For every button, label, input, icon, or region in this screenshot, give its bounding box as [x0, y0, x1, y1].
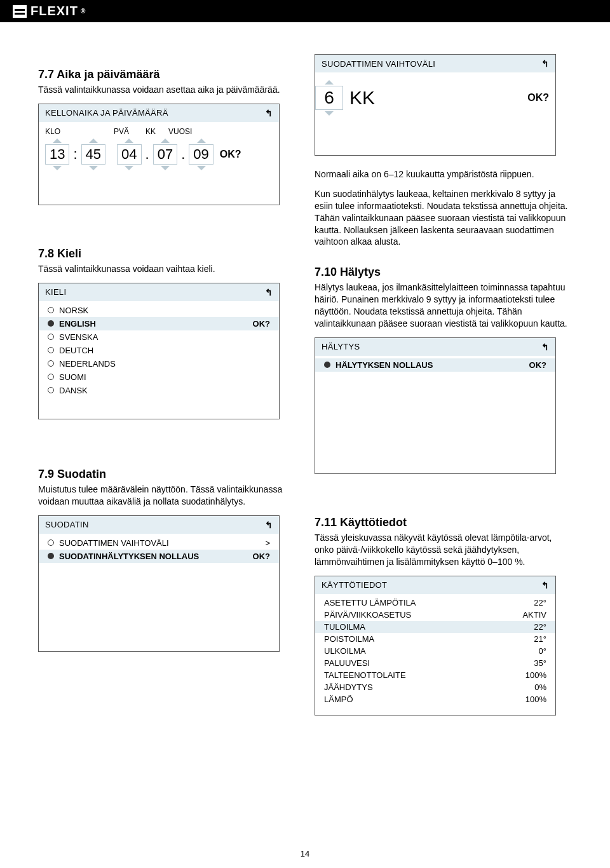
- clock-spinners: 13 : 45 04: [45, 139, 273, 170]
- section-7-9: 7.9 Suodatin Muistutus tulee määrävälein…: [38, 454, 295, 657]
- radio-off-icon: [48, 307, 54, 313]
- panel-language: KIELI ↰ NORSK ENGLISHOK? SVENSKA DEUTCH …: [38, 283, 280, 419]
- radio-off-icon: [48, 360, 54, 367]
- radio-on-icon: [324, 362, 330, 368]
- panel-title: SUODATTIMEN VAIHTOVÄLI: [322, 59, 435, 69]
- unit-label: KK: [349, 87, 375, 109]
- heading-7-10: 7.10 Hälytys: [315, 266, 572, 279]
- back-icon[interactable]: ↰: [541, 342, 549, 352]
- chevron-up-icon[interactable]: [53, 139, 62, 143]
- spinner-year[interactable]: 09: [189, 139, 213, 170]
- back-icon[interactable]: ↰: [541, 58, 549, 69]
- lang-suomi[interactable]: SUOMI: [39, 370, 279, 384]
- spinner-hour[interactable]: 13: [45, 139, 69, 170]
- kv-row: LÄMPÖ100%: [315, 693, 555, 705]
- kv-row: TALTEENOTTOLAITE100%: [315, 669, 555, 681]
- brand-name: FLEXIT: [30, 4, 78, 18]
- panel-header-filter-interval: SUODATTIMEN VAIHTOVÄLI ↰: [315, 55, 555, 72]
- panel-header-alarm: HÄLYTYS ↰: [315, 338, 555, 356]
- section-7-8: 7.8 Kieli Tässä valintaikkunassa voidaan…: [38, 233, 295, 424]
- language-list: NORSK ENGLISHOK? SVENSKA DEUTCH NEDERLAN…: [39, 301, 279, 400]
- chevron-down-icon[interactable]: [89, 166, 98, 170]
- ok-label: OK?: [253, 319, 270, 329]
- chevron-down-icon[interactable]: [53, 166, 62, 170]
- panel-title: KELLONAIKA JA PÄIVÄMÄÄRÄ: [45, 108, 168, 118]
- radio-off-icon: [48, 539, 54, 546]
- panel-header-clock: KELLONAIKA JA PÄIVÄMÄÄRÄ ↰: [39, 104, 279, 122]
- value-minute: 45: [81, 144, 105, 165]
- trademark-icon: ®: [81, 8, 86, 15]
- page-number: 14: [301, 849, 309, 858]
- chevron-up-icon[interactable]: [197, 139, 206, 143]
- section-7-10: 7.10 Hälytys Hälytys laukeaa, jos ilmank…: [315, 259, 572, 479]
- lang-norsk[interactable]: NORSK: [39, 304, 279, 317]
- filter-reset-item[interactable]: SUODATINHÄLYTYKSEN NOLLAUSOK?: [39, 550, 279, 563]
- label-klo: KLO: [45, 127, 68, 136]
- text-7-8: Tässä valintaikkunassa voidaan vaihtaa k…: [38, 263, 295, 275]
- lang-nederlands[interactable]: NEDERLANDS: [39, 357, 279, 370]
- radio-off-icon: [48, 334, 54, 340]
- text-7-9: Muistutus tulee määrävälein näyttöön. Tä…: [38, 484, 295, 508]
- kv-row: JÄÄHDYTYS0%: [315, 681, 555, 693]
- filter-list: SUODATTIMEN VAIHTOVÄLI> SUODATINHÄLYTYKS…: [39, 534, 279, 566]
- label-vuosi: VUOSI: [168, 127, 196, 136]
- spinner-minute[interactable]: 45: [81, 139, 105, 170]
- ok-label: OK?: [529, 360, 546, 370]
- dot-sep: .: [144, 146, 151, 163]
- filter-interval-item[interactable]: SUODATTIMEN VAIHTOVÄLI>: [39, 536, 279, 550]
- section-7-7: 7.7 Aika ja päivämäärä Tässä valintaikku…: [38, 54, 295, 210]
- text-7-10: Hälytys laukeaa, jos ilmankäsittelylaitt…: [315, 281, 572, 330]
- lang-svenska[interactable]: SVENSKA: [39, 330, 279, 344]
- back-icon[interactable]: ↰: [265, 287, 273, 297]
- label-pva: PVÄ: [114, 127, 142, 136]
- chevron-up-icon[interactable]: [325, 80, 334, 85]
- chevron-down-icon[interactable]: [161, 166, 170, 170]
- value-day: 04: [117, 144, 141, 165]
- lang-deutch[interactable]: DEUTCH: [39, 344, 279, 357]
- value-interval: 6: [315, 86, 343, 110]
- caption-filter-interval: Normaali aika on 6–12 kuukautta ympärist…: [315, 168, 572, 180]
- colon-sep: :: [72, 146, 78, 163]
- heading-7-8: 7.8 Kieli: [38, 247, 295, 261]
- ok-button[interactable]: OK?: [527, 92, 549, 104]
- panel-title: HÄLYTYS: [322, 342, 360, 351]
- radio-off-icon: [48, 387, 54, 393]
- panel-opdata: KÄYTTÖTIEDOT ↰ ASETETTU LÄMPÖTILA22° PÄI…: [315, 576, 556, 715]
- paragraph-filter-interval: Kun suodatinhälytys laukeaa, keltainen m…: [315, 188, 572, 248]
- section-7-11: 7.11 Käyttötiedot Tässä yleiskuvassa näk…: [315, 502, 572, 721]
- chevron-down-icon[interactable]: [197, 166, 206, 170]
- lang-dansk[interactable]: DANSK: [39, 384, 279, 397]
- ok-button[interactable]: OK?: [220, 149, 241, 160]
- dot-sep: .: [180, 146, 186, 163]
- back-icon[interactable]: ↰: [265, 108, 273, 118]
- chevron-down-icon[interactable]: [125, 166, 133, 170]
- chevron-right-icon: >: [265, 538, 270, 548]
- panel-filter: SUODATIN ↰ SUODATTIMEN VAIHTOVÄLI> SUODA…: [38, 515, 280, 652]
- panel-clock: KELLONAIKA JA PÄIVÄMÄÄRÄ ↰ KLO PVÄ KK VU…: [38, 104, 280, 205]
- ok-label: OK?: [253, 552, 270, 561]
- spinner-month[interactable]: 07: [153, 139, 177, 170]
- chevron-up-icon[interactable]: [161, 139, 170, 143]
- brand-bar: FLEXIT®: [0, 0, 610, 22]
- spinner-interval[interactable]: 6: [315, 80, 343, 116]
- value-month: 07: [153, 144, 177, 165]
- radio-off-icon: [48, 374, 54, 380]
- back-icon[interactable]: ↰: [541, 580, 549, 590]
- brand-logo-icon: [13, 5, 27, 18]
- alarm-reset-item[interactable]: HÄLYTYKSEN NOLLAUSOK?: [315, 358, 555, 372]
- kv-row: POISTOILMA21°: [315, 633, 555, 645]
- back-icon[interactable]: ↰: [265, 520, 273, 530]
- text-7-11: Tässä yleiskuvassa näkyvät käytössä olev…: [315, 532, 572, 568]
- value-year: 09: [189, 144, 213, 165]
- spinner-day[interactable]: 04: [117, 139, 141, 170]
- value-hour: 13: [45, 144, 69, 165]
- chevron-up-icon[interactable]: [89, 139, 98, 143]
- heading-7-7: 7.7 Aika ja päivämäärä: [38, 68, 295, 81]
- text-7-7: Tässä valintaikkunassa voidaan asettaa a…: [38, 84, 295, 96]
- lang-english[interactable]: ENGLISHOK?: [39, 317, 279, 330]
- page-content: 7.7 Aika ja päivämäärä Tässä valintaikku…: [0, 22, 610, 737]
- kv-row: PÄIVÄ/VIIKKOASETUSAKTIV: [315, 609, 555, 621]
- radio-on-icon: [48, 320, 54, 327]
- chevron-down-icon[interactable]: [325, 111, 334, 116]
- chevron-up-icon[interactable]: [125, 139, 133, 143]
